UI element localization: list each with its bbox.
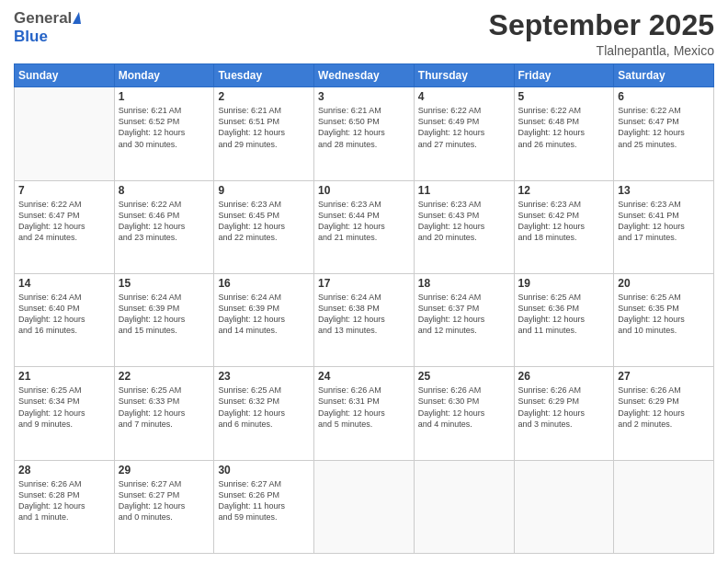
calendar-cell: 6Sunrise: 6:22 AMSunset: 6:47 PMDaylight… (614, 87, 714, 180)
calendar-cell: 24Sunrise: 6:26 AMSunset: 6:31 PMDayligh… (314, 367, 415, 460)
logo: General Blue (14, 9, 81, 46)
month-title: September 2025 (489, 9, 714, 41)
cell-info: Sunrise: 6:23 AMSunset: 6:45 PMDaylight:… (218, 199, 310, 244)
day-number: 2 (218, 90, 310, 103)
calendar-cell: 12Sunrise: 6:23 AMSunset: 6:42 PMDayligh… (514, 180, 614, 273)
cell-info: Sunrise: 6:24 AMSunset: 6:39 PMDaylight:… (218, 292, 310, 337)
day-number: 20 (618, 277, 710, 290)
calendar-cell: 9Sunrise: 6:23 AMSunset: 6:45 PMDaylight… (214, 180, 314, 273)
cell-info: Sunrise: 6:26 AMSunset: 6:28 PMDaylight:… (18, 478, 110, 523)
day-number: 23 (218, 370, 310, 383)
day-number: 27 (618, 370, 710, 383)
cell-info: Sunrise: 6:23 AMSunset: 6:43 PMDaylight:… (418, 199, 510, 244)
cell-info: Sunrise: 6:26 AMSunset: 6:30 PMDaylight:… (418, 385, 510, 430)
day-number: 17 (318, 277, 410, 290)
calendar-cell: 1Sunrise: 6:21 AMSunset: 6:52 PMDaylight… (114, 87, 214, 180)
day-number: 22 (119, 370, 210, 383)
cell-info: Sunrise: 6:26 AMSunset: 6:29 PMDaylight:… (618, 385, 710, 430)
day-number: 3 (318, 90, 410, 103)
cell-info: Sunrise: 6:22 AMSunset: 6:49 PMDaylight:… (418, 105, 510, 150)
calendar-week-row: 1Sunrise: 6:21 AMSunset: 6:52 PMDaylight… (15, 87, 714, 180)
day-number: 9 (218, 184, 310, 197)
calendar-cell: 5Sunrise: 6:22 AMSunset: 6:48 PMDaylight… (514, 87, 614, 180)
calendar-cell: 23Sunrise: 6:25 AMSunset: 6:32 PMDayligh… (214, 367, 314, 460)
cell-info: Sunrise: 6:26 AMSunset: 6:31 PMDaylight:… (318, 385, 410, 430)
calendar-cell: 18Sunrise: 6:24 AMSunset: 6:37 PMDayligh… (414, 273, 514, 366)
day-number: 11 (418, 184, 510, 197)
logo-triangle-icon (73, 12, 81, 24)
cell-info: Sunrise: 6:23 AMSunset: 6:42 PMDaylight:… (518, 199, 610, 244)
calendar-cell (15, 87, 115, 180)
day-number: 18 (418, 277, 510, 290)
calendar-cell: 3Sunrise: 6:21 AMSunset: 6:50 PMDaylight… (314, 87, 415, 180)
calendar-cell: 2Sunrise: 6:21 AMSunset: 6:51 PMDaylight… (214, 87, 314, 180)
calendar-cell: 26Sunrise: 6:26 AMSunset: 6:29 PMDayligh… (514, 367, 614, 460)
cell-info: Sunrise: 6:25 AMSunset: 6:34 PMDaylight:… (18, 385, 110, 430)
day-number: 1 (119, 90, 210, 103)
col-header-saturday: Saturday (614, 64, 714, 87)
day-number: 16 (218, 277, 310, 290)
cell-info: Sunrise: 6:21 AMSunset: 6:50 PMDaylight:… (318, 105, 410, 150)
day-number: 28 (18, 464, 110, 477)
cell-info: Sunrise: 6:24 AMSunset: 6:37 PMDaylight:… (418, 292, 510, 337)
calendar-cell (614, 460, 714, 553)
calendar-cell: 20Sunrise: 6:25 AMSunset: 6:35 PMDayligh… (614, 273, 714, 366)
calendar-cell: 14Sunrise: 6:24 AMSunset: 6:40 PMDayligh… (15, 273, 115, 366)
cell-info: Sunrise: 6:22 AMSunset: 6:47 PMDaylight:… (18, 199, 110, 244)
col-header-thursday: Thursday (414, 64, 514, 87)
calendar-cell: 8Sunrise: 6:22 AMSunset: 6:46 PMDaylight… (114, 180, 214, 273)
calendar-cell: 11Sunrise: 6:23 AMSunset: 6:43 PMDayligh… (414, 180, 514, 273)
cell-info: Sunrise: 6:21 AMSunset: 6:52 PMDaylight:… (119, 105, 210, 150)
cell-info: Sunrise: 6:25 AMSunset: 6:36 PMDaylight:… (518, 292, 610, 337)
day-number: 29 (119, 464, 210, 477)
cell-info: Sunrise: 6:24 AMSunset: 6:38 PMDaylight:… (318, 292, 410, 337)
calendar-cell: 27Sunrise: 6:26 AMSunset: 6:29 PMDayligh… (614, 367, 714, 460)
calendar-cell: 7Sunrise: 6:22 AMSunset: 6:47 PMDaylight… (15, 180, 115, 273)
day-number: 8 (119, 184, 210, 197)
day-number: 13 (618, 184, 710, 197)
calendar-cell: 25Sunrise: 6:26 AMSunset: 6:30 PMDayligh… (414, 367, 514, 460)
cell-info: Sunrise: 6:22 AMSunset: 6:47 PMDaylight:… (618, 105, 710, 150)
calendar-cell: 4Sunrise: 6:22 AMSunset: 6:49 PMDaylight… (414, 87, 514, 180)
logo-general-text: General (14, 9, 72, 28)
day-number: 4 (418, 90, 510, 103)
calendar-cell (414, 460, 514, 553)
header: General Blue September 2025 Tlalnepantla… (14, 9, 714, 58)
calendar-cell: 15Sunrise: 6:24 AMSunset: 6:39 PMDayligh… (114, 273, 214, 366)
calendar-table: SundayMondayTuesdayWednesdayThursdayFrid… (14, 63, 714, 554)
calendar-cell: 17Sunrise: 6:24 AMSunset: 6:38 PMDayligh… (314, 273, 415, 366)
day-number: 19 (518, 277, 610, 290)
calendar-week-row: 21Sunrise: 6:25 AMSunset: 6:34 PMDayligh… (15, 367, 714, 460)
day-number: 6 (618, 90, 710, 103)
calendar-week-row: 7Sunrise: 6:22 AMSunset: 6:47 PMDaylight… (15, 180, 714, 273)
calendar-cell: 21Sunrise: 6:25 AMSunset: 6:34 PMDayligh… (15, 367, 115, 460)
cell-info: Sunrise: 6:22 AMSunset: 6:48 PMDaylight:… (518, 105, 610, 150)
logo-blue-text: Blue (14, 28, 48, 46)
calendar-cell: 19Sunrise: 6:25 AMSunset: 6:36 PMDayligh… (514, 273, 614, 366)
col-header-wednesday: Wednesday (314, 64, 415, 87)
calendar-week-row: 28Sunrise: 6:26 AMSunset: 6:28 PMDayligh… (15, 460, 714, 553)
calendar-cell: 30Sunrise: 6:27 AMSunset: 6:26 PMDayligh… (214, 460, 314, 553)
location: Tlalnepantla, Mexico (489, 43, 714, 58)
cell-info: Sunrise: 6:27 AMSunset: 6:26 PMDaylight:… (218, 478, 310, 523)
day-number: 30 (218, 464, 310, 477)
calendar-cell: 10Sunrise: 6:23 AMSunset: 6:44 PMDayligh… (314, 180, 415, 273)
cell-info: Sunrise: 6:24 AMSunset: 6:39 PMDaylight:… (119, 292, 210, 337)
col-header-tuesday: Tuesday (214, 64, 314, 87)
cell-info: Sunrise: 6:25 AMSunset: 6:33 PMDaylight:… (119, 385, 210, 430)
cell-info: Sunrise: 6:27 AMSunset: 6:27 PMDaylight:… (119, 478, 210, 523)
calendar-cell (514, 460, 614, 553)
col-header-sunday: Sunday (15, 64, 115, 87)
day-number: 26 (518, 370, 610, 383)
day-number: 25 (418, 370, 510, 383)
calendar-cell: 22Sunrise: 6:25 AMSunset: 6:33 PMDayligh… (114, 367, 214, 460)
cell-info: Sunrise: 6:25 AMSunset: 6:35 PMDaylight:… (618, 292, 710, 337)
day-number: 5 (518, 90, 610, 103)
cell-info: Sunrise: 6:25 AMSunset: 6:32 PMDaylight:… (218, 385, 310, 430)
calendar-header-row: SundayMondayTuesdayWednesdayThursdayFrid… (15, 64, 714, 87)
calendar-cell: 16Sunrise: 6:24 AMSunset: 6:39 PMDayligh… (214, 273, 314, 366)
day-number: 10 (318, 184, 410, 197)
day-number: 12 (518, 184, 610, 197)
cell-info: Sunrise: 6:23 AMSunset: 6:44 PMDaylight:… (318, 199, 410, 244)
calendar-cell: 13Sunrise: 6:23 AMSunset: 6:41 PMDayligh… (614, 180, 714, 273)
